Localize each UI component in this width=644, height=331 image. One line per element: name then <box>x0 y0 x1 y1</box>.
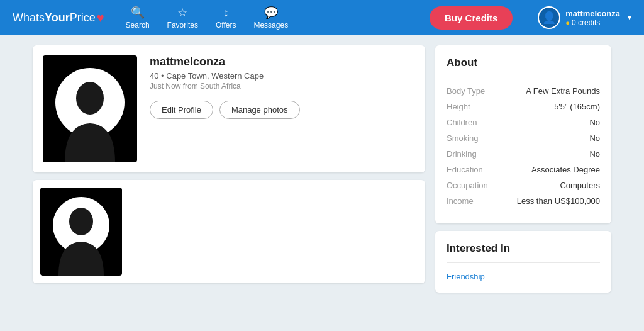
messages-icon: 💬 <box>264 6 278 20</box>
search-label: Search <box>126 21 150 30</box>
credits-count: 0 credits <box>572 18 600 27</box>
profile-info: mattmelconza 40 • Cape Town, Western Cap… <box>150 55 415 119</box>
about-row: Height5'5" (165cm) <box>447 102 600 111</box>
navbar: WhatsYourPrice♥ 🔍 Search ☆ Favorites ↕ O… <box>0 0 644 35</box>
nav-search[interactable]: 🔍 Search <box>126 6 150 30</box>
about-label: Children <box>447 118 477 127</box>
silhouette-svg2 <box>56 206 106 276</box>
messages-label: Messages <box>253 21 288 30</box>
about-value: No <box>589 149 600 159</box>
photo-thumbnail <box>40 188 122 276</box>
nav-messages[interactable]: 💬 Messages <box>253 6 288 30</box>
right-column: About Body TypeA Few Extra PoundsHeight5… <box>435 45 611 293</box>
profile-age: 40 <box>150 71 158 81</box>
nav-offers[interactable]: ↕ Offers <box>216 6 236 30</box>
profile-meta: 40 • Cape Town, Western Cape <box>150 71 415 81</box>
logo-text-price: Price <box>70 11 96 25</box>
interested-items: Friendship <box>447 272 600 281</box>
interested-item: Friendship <box>447 272 600 281</box>
about-label: Education <box>447 165 483 174</box>
about-rows: Body TypeA Few Extra PoundsHeight5'5" (1… <box>447 86 600 206</box>
profile-card: mattmelconza 40 • Cape Town, Western Cap… <box>33 45 425 172</box>
logo-heart-icon: ♥ <box>97 11 104 25</box>
about-value: Computers <box>560 181 600 190</box>
about-label: Income <box>447 196 474 206</box>
svg-point-1 <box>69 208 93 235</box>
about-row: ChildrenNo <box>447 118 600 127</box>
about-value: Less than US$100,000 <box>517 196 600 206</box>
about-value: Associates Degree <box>531 165 600 174</box>
about-label: Drinking <box>447 149 477 159</box>
user-info: mattmelconza ● 0 credits <box>565 9 620 27</box>
profile-username: mattmelconza <box>150 55 415 69</box>
about-label: Smoking <box>447 133 479 143</box>
manage-photos-button[interactable]: Manage photos <box>219 101 300 119</box>
about-label: Body Type <box>447 86 485 96</box>
svg-point-0 <box>76 82 104 115</box>
about-value: No <box>589 118 600 127</box>
about-title: About <box>447 57 600 77</box>
nav-favorites[interactable]: ☆ Favorites <box>167 6 198 30</box>
nav-items: 🔍 Search ☆ Favorites ↕ Offers 💬 Messages <box>126 6 289 30</box>
about-value: A Few Extra Pounds <box>526 86 600 96</box>
about-label: Height <box>447 102 470 111</box>
profile-status: Just Now from South Africa <box>150 82 415 91</box>
credits-badge: ● 0 credits <box>565 18 620 27</box>
about-row: SmokingNo <box>447 133 600 143</box>
interested-card: Interested In Friendship <box>435 231 611 293</box>
about-row: EducationAssociates Degree <box>447 165 600 174</box>
interested-title: Interested In <box>447 242 600 263</box>
logo-text-normal: Whats <box>13 11 45 25</box>
chevron-down-icon: ▾ <box>628 13 631 22</box>
page-content: mattmelconza 40 • Cape Town, Western Cap… <box>20 35 624 303</box>
offers-icon: ↕ <box>223 6 229 20</box>
about-label: Occupation <box>447 181 488 190</box>
coin-icon: ● <box>565 19 570 26</box>
user-menu[interactable]: 👤 mattmelconza ● 0 credits ▾ <box>538 6 631 29</box>
about-row: IncomeLess than US$100,000 <box>447 196 600 206</box>
logo-text-bold: Your <box>45 11 70 25</box>
avatar: 👤 <box>538 6 560 29</box>
search-icon: 🔍 <box>131 6 145 20</box>
about-value: 5'5" (165cm) <box>554 102 600 111</box>
star-icon: ☆ <box>177 6 187 20</box>
favorites-label: Favorites <box>167 21 198 30</box>
offers-label: Offers <box>216 21 236 30</box>
edit-profile-button[interactable]: Edit Profile <box>150 101 213 119</box>
profile-buttons: Edit Profile Manage photos <box>150 101 415 119</box>
logo: WhatsYourPrice♥ <box>13 11 104 25</box>
photo-card <box>33 180 425 283</box>
about-row: DrinkingNo <box>447 149 600 159</box>
nav-username: mattmelconza <box>565 9 620 18</box>
about-value: No <box>589 133 600 143</box>
about-row: Body TypeA Few Extra Pounds <box>447 86 600 96</box>
about-card: About Body TypeA Few Extra PoundsHeight5… <box>435 45 611 223</box>
profile-location: Cape Town, Western Cape <box>166 71 264 81</box>
profile-photo <box>43 55 137 162</box>
about-row: OccupationComputers <box>447 181 600 190</box>
silhouette-svg <box>62 81 118 162</box>
left-column: mattmelconza 40 • Cape Town, Western Cap… <box>33 45 425 293</box>
buy-credits-button[interactable]: Buy Credits <box>430 6 513 30</box>
